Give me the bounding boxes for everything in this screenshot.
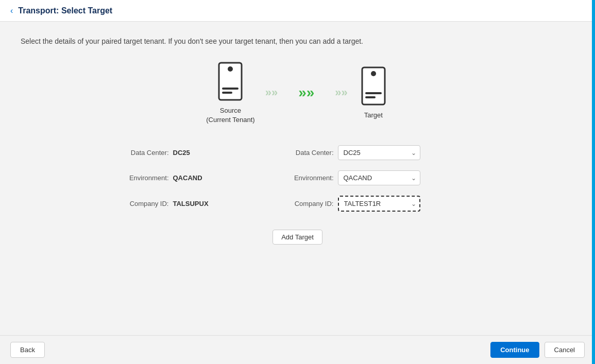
svg-point-5 <box>371 71 376 76</box>
back-button[interactable]: Back <box>10 342 45 358</box>
svg-rect-2 <box>222 88 239 90</box>
source-device-icon <box>215 61 246 102</box>
target-data-center-select-wrapper: DC25 DC26 DC27 ⌄ <box>338 145 420 160</box>
back-chevron-icon[interactable]: ‹ <box>10 6 13 15</box>
transport-diagram: Source (Current Tenant) »» »» »» Target <box>21 61 574 125</box>
target-data-center-label: Data Center: <box>282 149 334 157</box>
target-environment-label: Environment: <box>282 174 334 182</box>
continue-button[interactable]: Continue <box>490 342 539 358</box>
target-data-center-select[interactable]: DC25 DC26 DC27 <box>338 145 420 160</box>
arrow-dim-2-icon: »» <box>335 86 347 99</box>
source-company-id-label: Company ID: <box>117 200 169 207</box>
arrows-bright: »» <box>288 84 325 101</box>
add-target-row: Add Target <box>117 224 478 245</box>
target-company-id-field: Company ID: TALTEST1R TALTEST2 TALTEST3 … <box>282 196 420 212</box>
source-environment-field: Environment: QACAND <box>117 174 262 182</box>
svg-rect-3 <box>222 92 232 94</box>
source-company-id-value: TALSUPUX <box>173 200 209 207</box>
arrow-dim-icon: »» <box>265 86 278 99</box>
target-company-id-select-wrapper: TALTEST1R TALTEST2 TALTEST3 ⌄ <box>338 196 420 212</box>
target-data-center-field: Data Center: DC25 DC26 DC27 ⌄ <box>282 145 420 160</box>
target-environment-select[interactable]: QACAND PROD SANDBOX <box>338 170 420 185</box>
target-environment-select-wrapper: QACAND PROD SANDBOX ⌄ <box>338 170 420 185</box>
source-data-center-field: Data Center: DC25 <box>117 149 262 157</box>
page-title: Transport: Select Target <box>18 6 112 15</box>
form-section: Data Center: DC25 Data Center: DC25 DC26… <box>117 145 478 245</box>
target-device: Target <box>358 65 389 120</box>
main-content: Select the details of your paired target… <box>0 22 595 335</box>
header: ‹ Transport: Select Target <box>0 0 595 22</box>
source-environment-value: QACAND <box>173 174 202 182</box>
data-center-row: Data Center: DC25 Data Center: DC25 DC26… <box>117 145 478 160</box>
source-label: Source (Current Tenant) <box>206 106 254 125</box>
source-data-center-value: DC25 <box>173 149 190 157</box>
arrows-dim: »» <box>255 86 288 99</box>
target-device-icon <box>358 65 389 107</box>
source-data-center-label: Data Center: <box>117 149 169 157</box>
source-company-id-field: Company ID: TALSUPUX <box>117 200 262 207</box>
arrow-bright-icon: »» <box>298 84 314 101</box>
svg-rect-6 <box>365 92 382 94</box>
footer-right: Continue Cancel <box>490 342 585 358</box>
environment-row: Environment: QACAND Environment: QACAND … <box>117 170 478 185</box>
add-target-button[interactable]: Add Target <box>273 230 322 245</box>
source-environment-label: Environment: <box>117 174 169 182</box>
teal-sidebar-bar <box>592 0 595 364</box>
footer-left: Back <box>10 342 45 358</box>
svg-rect-7 <box>365 96 376 98</box>
target-label: Target <box>364 111 383 120</box>
cancel-button[interactable]: Cancel <box>545 342 585 358</box>
target-company-id-label: Company ID: <box>282 200 334 207</box>
svg-point-1 <box>228 66 233 72</box>
company-id-row: Company ID: TALSUPUX Company ID: TALTEST… <box>117 196 478 212</box>
source-device: Source (Current Tenant) <box>206 61 254 125</box>
footer: Back Continue Cancel <box>0 335 595 364</box>
arrows-dim-2: »» <box>325 86 358 99</box>
description-text: Select the details of your paired target… <box>21 37 574 45</box>
target-company-id-select[interactable]: TALTEST1R TALTEST2 TALTEST3 <box>338 196 420 212</box>
target-environment-field: Environment: QACAND PROD SANDBOX ⌄ <box>282 170 420 185</box>
